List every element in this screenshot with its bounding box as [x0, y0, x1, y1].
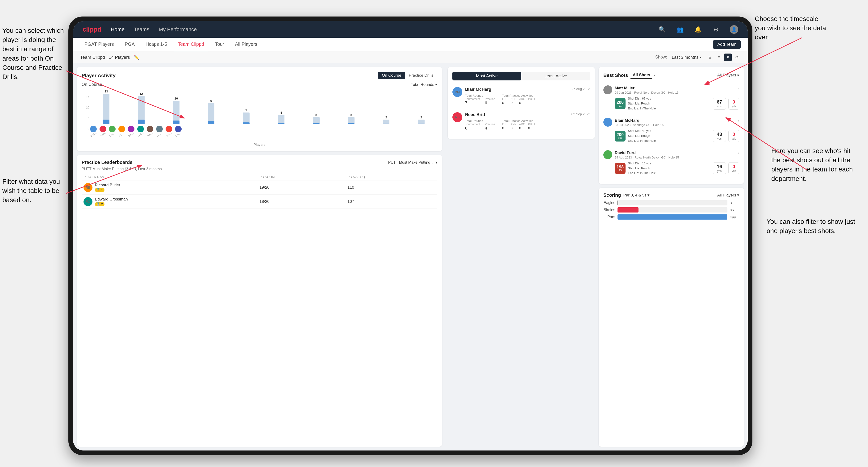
player-name-richard: Richard Butler	[95, 183, 120, 187]
x-label-r-britt: R.Britt	[99, 133, 106, 137]
x-label-r-butler: R.Butler	[147, 133, 154, 137]
shot-badge-matt: 200 SG	[615, 98, 625, 109]
rank-richard: 🏅 1	[95, 188, 104, 192]
users-icon[interactable]: 👥	[676, 26, 684, 33]
filter-bar: Team Clippd | 14 Players ✏️ Show: Last 3…	[73, 52, 748, 63]
most-active-button[interactable]: Most Active	[453, 72, 521, 81]
list-view-icon[interactable]: ≡	[715, 54, 723, 61]
gtt-val-blair: 0	[502, 101, 508, 105]
scoring-val-eagles: 3	[730, 201, 739, 205]
x-label-o-billingham: O.Billing	[137, 133, 144, 137]
tournament-val-blair: 7	[465, 101, 480, 105]
practice-val-blair: 6	[485, 101, 495, 105]
shots-caret: ▾	[654, 73, 655, 77]
heart-view-icon[interactable]: ♥	[724, 54, 732, 61]
player-name-rees: Rees Britt	[465, 112, 485, 117]
practice-filter[interactable]: PUTT Must Make Putting ... ▾	[388, 160, 437, 165]
scoring-players-filter[interactable]: All Players ▾	[717, 193, 739, 198]
x-label-e-ebert: E.Ebert	[128, 133, 135, 137]
avatar-j-coles	[118, 126, 125, 132]
scoring-filter[interactable]: Par 3, 4 & 5s ▾	[623, 193, 649, 198]
scoring-bar-bg-pars	[618, 214, 727, 220]
tablet-frame: clippd Home Teams My Performance 🔍 👥 🔔 ⊕…	[68, 17, 752, 455]
settings-view-icon[interactable]: ⚙	[733, 54, 741, 61]
shot-player-meta-matt: 09 Jun 2023 · Royal North Devon GC · Hol…	[615, 91, 739, 94]
app-label-rees: APP	[511, 123, 516, 126]
bell-icon[interactable]: 🔔	[694, 26, 703, 33]
shot-chevron-matt[interactable]: ›	[738, 85, 739, 91]
shot-chevron-david[interactable]: ›	[738, 150, 739, 156]
col-pb-score: PB SCORE	[259, 175, 347, 179]
avatar-d-ford	[109, 126, 116, 132]
bar-e-ebert: 5	[230, 84, 262, 124]
tab-pga[interactable]: PGA	[121, 38, 139, 51]
shot-item-matt-miller: Matt Miller › 09 Jun 2023 · Royal North …	[603, 82, 739, 115]
bar-l-robertson: 2	[405, 84, 437, 124]
total-rounds-label: Total Rounds	[465, 94, 495, 97]
y-label-0: 0	[88, 127, 89, 131]
all-shots-tab[interactable]: All Shots	[630, 72, 652, 79]
on-course-toggle[interactable]: On Course	[378, 72, 405, 79]
avg-edward: 107	[347, 199, 435, 204]
players-filter[interactable]: All Players ▾	[717, 73, 739, 78]
annotation-middle-right: Here you can see who's hit the best shot…	[771, 146, 861, 183]
right-panel: Best Shots All Shots ▾ All Players ▾	[597, 63, 748, 450]
scoring-bar-fill-birdies	[618, 207, 639, 213]
tab-tour[interactable]: Tour	[211, 38, 228, 51]
show-select[interactable]: Last 3 months Last month Last 6 months L…	[671, 55, 703, 60]
shot-badge-blair: 200 SG	[615, 131, 625, 142]
tab-hcaps[interactable]: Hcaps 1-5	[141, 38, 171, 51]
x-label-l-robertson: L.Robert	[175, 133, 182, 137]
avatar[interactable]: 👤	[730, 25, 738, 34]
tab-team-clippd[interactable]: Team Clippd	[174, 38, 208, 51]
nav-home[interactable]: Home	[111, 26, 125, 33]
bar-m-miller: 3	[335, 84, 367, 124]
shot-chevron-blair[interactable]: ›	[738, 118, 739, 123]
bar-o-billingham: 4	[265, 84, 297, 124]
active-player-blair: BM Blair McHarg 26 Aug 2023 Total Rounds	[453, 84, 590, 109]
avatar-edward-crossman: EC	[84, 197, 92, 206]
logo: clippd	[83, 26, 101, 33]
nav-teams[interactable]: Teams	[134, 26, 149, 33]
practice-drills-toggle[interactable]: Practice Drills	[405, 72, 437, 79]
tournament-label-rees: Tournament	[465, 123, 480, 126]
tab-bar: PGAT Players PGA Hcaps 1-5 Team Clippd T…	[73, 38, 748, 52]
app-label: APP	[511, 97, 516, 101]
col-player-name: PLAYER NAME	[84, 175, 259, 179]
least-active-button[interactable]: Least Active	[521, 72, 590, 81]
x-label-m-miller: M.Miller	[156, 133, 163, 137]
scoring-label-birdies: Birdies	[603, 208, 615, 212]
add-team-button[interactable]: Add Team	[713, 40, 741, 49]
tab-all-players[interactable]: All Players	[231, 38, 261, 51]
edit-icon[interactable]: ✏️	[134, 55, 139, 60]
rank-edward: 🥈 2	[95, 202, 104, 206]
score-edward: 18/20	[259, 199, 347, 204]
scoring-bar-bg-eagles	[618, 200, 727, 206]
table-row: EC Edward Crossman 🥈 2 18/20 107	[82, 195, 437, 209]
bar-d-ford: 10	[160, 84, 192, 124]
shot-zero-matt: 0 yds	[728, 98, 739, 110]
scoring-birdies-row: Birdies 96	[603, 207, 739, 213]
shot-item-david-ford: David Ford › 24 Aug 2023 · Royal North D…	[603, 147, 739, 179]
scoring-bar-bg-birdies	[618, 207, 727, 213]
top-nav: clippd Home Teams My Performance 🔍 👥 🔔 ⊕…	[73, 21, 748, 38]
avatar-m-miller	[156, 126, 163, 132]
shot-player-meta-david: 24 Aug 2023 · Royal North Devon GC · Hol…	[615, 156, 739, 159]
app-val-rees: 0	[511, 126, 516, 130]
total-practice-label: Total Practice Activities	[502, 94, 535, 97]
x-label-e-crossman: E.Cross	[165, 133, 173, 137]
grid-view-icon[interactable]: ⊞	[706, 54, 714, 61]
scoring-bar-fill-pars	[618, 214, 727, 220]
tab-pgat-players[interactable]: PGAT Players	[80, 38, 118, 51]
avatar-o-billingham	[137, 126, 144, 132]
search-icon[interactable]: 🔍	[658, 26, 666, 33]
avatar-r-butler	[147, 126, 153, 132]
nav-my-performance[interactable]: My Performance	[159, 26, 197, 33]
x-label-j-coles: J.Coles	[118, 133, 125, 137]
score-richard: 19/20	[259, 185, 347, 190]
best-shots-card: Best Shots All Shots ▾ All Players ▾	[599, 67, 744, 184]
avatar-blair-shot	[603, 118, 612, 127]
add-circle-icon[interactable]: ⊕	[712, 26, 720, 33]
avatar-matt-miller	[603, 85, 612, 94]
practice-sub-title: PUTT Must Make Putting (3-6 ft), Last 3 …	[82, 167, 437, 171]
